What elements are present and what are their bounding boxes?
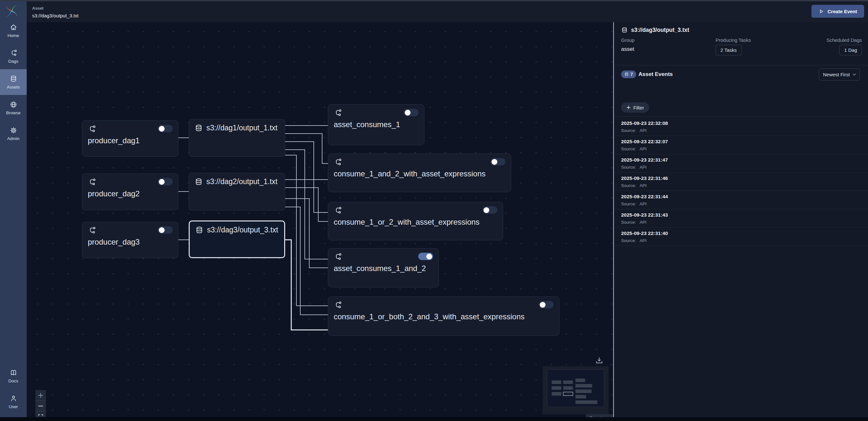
asset-events-title: Asset Events xyxy=(639,71,673,78)
asset-events-list: 2025-09-23 22:32:08 Source:API 2025-09-2… xyxy=(615,117,868,246)
graph-node-asset-consumes-1-and-2[interactable]: asset_consumes_1_and_2 xyxy=(328,248,439,287)
graph-node-asset-dag2-output[interactable]: s3://dag2/output_1.txt xyxy=(189,173,285,210)
dag-icon xyxy=(10,49,18,57)
scheduled-dags-badge[interactable]: 1 Dag xyxy=(839,45,862,55)
dag-pause-toggle[interactable] xyxy=(158,178,173,186)
event-source-value: API xyxy=(640,183,647,188)
download-image-button[interactable] xyxy=(595,356,603,365)
dag-icon xyxy=(334,109,342,117)
asset-events-count-badge: 7 xyxy=(621,71,636,78)
graph-node-consume-1-or-both-2-and-3[interactable]: consume_1_or_both_2_and_3_with_asset_exp… xyxy=(328,297,559,336)
event-source-label: Source: xyxy=(621,201,636,206)
node-label: s3://dag1/output_1.txt xyxy=(207,123,277,132)
toggle-knob xyxy=(484,207,489,213)
event-source-value: API xyxy=(640,220,647,225)
toggle-knob xyxy=(540,302,546,308)
graph-node-producer-dag3[interactable]: producer_dag3 xyxy=(82,222,179,258)
graph-node-asset-dag3-output-selected[interactable]: s3://dag3/output_3.txt xyxy=(189,221,285,258)
dag-pause-toggle[interactable] xyxy=(404,109,418,116)
panel-divider xyxy=(613,22,614,421)
node-label: asset_consumes_1_and_2 xyxy=(334,264,433,273)
dag-icon xyxy=(334,206,342,215)
node-label: producer_dag1 xyxy=(88,136,173,145)
scheduled-dags-label: Scheduled Dags xyxy=(827,37,862,43)
dag-icon xyxy=(334,253,342,261)
dag-icon xyxy=(334,301,342,309)
dag-pause-toggle[interactable] xyxy=(158,226,173,234)
sidebar-item-dags[interactable]: Dags xyxy=(0,44,27,69)
filter-button[interactable]: Filter xyxy=(621,102,649,113)
node-label: s3://dag3/output_3.txt xyxy=(207,226,278,234)
minimap[interactable] xyxy=(542,366,609,414)
sidebar-item-home[interactable]: Home xyxy=(0,18,27,44)
asset-event-row[interactable]: 2025-09-23 22:32:08 Source:API xyxy=(615,117,868,136)
graph-node-producer-dag1[interactable]: producer_dag1 xyxy=(82,120,179,157)
asset-title: s3://dag3/output_3.txt xyxy=(631,27,689,33)
top-header: Asset s3://dag3/output_3.txt Create Even… xyxy=(27,1,868,22)
filter-label: Filter xyxy=(633,105,644,110)
database-icon xyxy=(194,178,203,186)
sidebar-item-user[interactable]: User xyxy=(0,389,27,415)
book-icon xyxy=(10,369,18,376)
create-event-label: Create Event xyxy=(828,9,857,14)
zoom-in-button[interactable] xyxy=(35,390,46,401)
sidebar: Home Dags Assets Browse Admin xyxy=(0,0,27,421)
dag-pause-toggle[interactable] xyxy=(539,301,554,308)
zoom-controls xyxy=(35,390,46,421)
divider xyxy=(615,65,868,65)
dag-pause-toggle[interactable] xyxy=(491,158,505,165)
dag-pause-toggle[interactable] xyxy=(158,125,173,132)
gear-icon xyxy=(10,127,18,134)
node-label: consume_1_and_2_with_asset_expressions xyxy=(334,169,505,178)
event-source-label: Source: xyxy=(621,128,636,133)
sidebar-item-label: Home xyxy=(7,33,19,38)
dag-pause-toggle[interactable] xyxy=(418,253,433,260)
event-timestamp: 2025-09-23 22:31:47 xyxy=(621,157,868,163)
node-label: consume_1_or_both_2_and_3_with_asset_exp… xyxy=(334,312,554,321)
sidebar-item-admin[interactable]: Admin xyxy=(0,121,27,146)
chevron-down-icon xyxy=(852,73,857,77)
sidebar-item-label: Assets xyxy=(7,85,20,89)
asset-event-row[interactable]: 2025-09-23 22:31:44 Source:API xyxy=(615,191,868,209)
graph-node-asset-dag1-output[interactable]: s3://dag1/output_1.txt xyxy=(189,119,285,157)
asset-event-row[interactable]: 2025-09-23 22:31:40 Source:API xyxy=(615,228,868,246)
globe-icon xyxy=(10,101,18,109)
create-event-button[interactable]: Create Event xyxy=(811,5,864,18)
database-icon xyxy=(621,27,628,33)
dag-icon xyxy=(88,226,96,235)
dag-pause-toggle[interactable] xyxy=(483,206,497,214)
graph-node-consume-1-and-2[interactable]: consume_1_and_2_with_asset_expressions xyxy=(328,153,511,192)
plus-icon xyxy=(38,393,43,398)
sidebar-item-docs[interactable]: Docs xyxy=(0,363,27,389)
graph-node-asset-consumes-1[interactable]: asset_consumes_1 xyxy=(328,104,424,145)
play-icon xyxy=(818,9,824,14)
zoom-out-button[interactable] xyxy=(35,401,46,411)
asset-event-row[interactable]: 2025-09-23 22:31:43 Source:API xyxy=(615,209,868,228)
toggle-knob xyxy=(159,227,164,233)
event-source-label: Source: xyxy=(621,146,636,151)
producing-tasks-badge[interactable]: 2 Tasks xyxy=(716,45,742,55)
node-label: consume_1_or_2_with_asset_expressions xyxy=(334,218,497,227)
graph-canvas[interactable]: producer_dag1 producer_dag2 producer_dag… xyxy=(27,22,614,421)
asset-event-row[interactable]: 2025-09-23 22:31:46 Source:API xyxy=(615,172,868,191)
divider xyxy=(615,116,868,117)
asset-event-row[interactable]: 2025-09-23 22:31:47 Source:API xyxy=(615,154,868,172)
node-label: asset_consumes_1 xyxy=(334,120,418,129)
database-icon xyxy=(194,124,203,132)
database-icon xyxy=(10,75,18,83)
event-source-label: Source: xyxy=(621,238,636,243)
sidebar-item-label: User xyxy=(9,404,18,409)
database-icon xyxy=(624,72,629,77)
graph-node-producer-dag2[interactable]: producer_dag2 xyxy=(82,173,179,210)
dag-icon xyxy=(88,125,96,133)
sidebar-item-assets[interactable]: Assets xyxy=(0,69,27,95)
asset-event-row[interactable]: 2025-09-23 22:32:07 Source:API xyxy=(615,136,868,154)
graph-node-consume-1-or-2[interactable]: consume_1_or_2_with_asset_expressions xyxy=(328,202,503,241)
breadcrumb: Asset xyxy=(32,6,43,10)
dag-icon xyxy=(88,178,96,186)
airflow-logo xyxy=(4,4,19,18)
event-source-label: Source: xyxy=(621,220,636,225)
sidebar-item-browse[interactable]: Browse xyxy=(0,95,27,121)
event-source-value: API xyxy=(640,165,647,170)
sort-order-select[interactable]: Newest First xyxy=(819,68,860,81)
